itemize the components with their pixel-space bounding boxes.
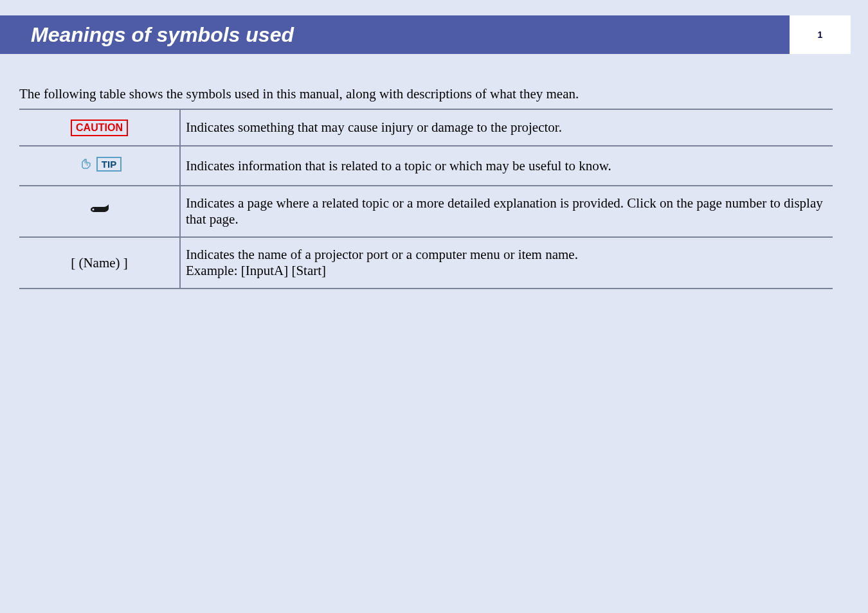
description-cell: Indicates something that may cause injur…	[180, 109, 833, 146]
tip-symbol-wrapper: TIP	[77, 155, 122, 172]
intro-paragraph: The following table shows the symbols us…	[19, 86, 849, 102]
symbol-cell-caution: CAUTION	[19, 109, 180, 146]
table-row: TIP Indicates information that is relate…	[19, 146, 833, 186]
symbol-cell-pointer	[19, 186, 180, 237]
symbols-table: CAUTION Indicates something that may cau…	[19, 109, 833, 289]
svg-point-0	[92, 209, 94, 211]
table-row: CAUTION Indicates something that may cau…	[19, 109, 833, 146]
table-row: Indicates a page where a related topic o…	[19, 186, 833, 237]
symbol-cell-name: [ (Name) ]	[19, 237, 180, 289]
page-number-box: 1	[790, 15, 851, 54]
table-row: [ (Name) ] Indicates the name of a proje…	[19, 237, 833, 289]
description-cell: Indicates information that is related to…	[180, 146, 833, 186]
header-bar: Meanings of symbols used	[0, 15, 790, 54]
description-cell: Indicates the name of a projector port o…	[180, 237, 833, 289]
page-number: 1	[818, 30, 823, 40]
pointing-hand-icon	[77, 155, 94, 172]
tip-label: TIP	[96, 157, 122, 172]
page-title: Meanings of symbols used	[31, 23, 294, 47]
pointer-hand-icon	[88, 202, 111, 217]
name-bracket-label: [ (Name) ]	[71, 255, 128, 271]
description-cell: Indicates a page where a related topic o…	[180, 186, 833, 237]
symbol-cell-tip: TIP	[19, 146, 180, 186]
caution-icon: CAUTION	[71, 120, 128, 136]
